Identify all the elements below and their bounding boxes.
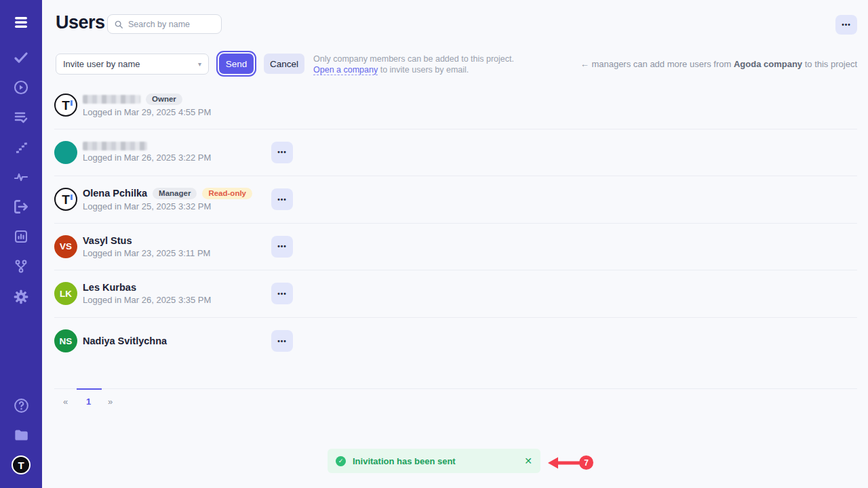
ellipsis-icon: ••• <box>277 243 287 250</box>
last-login: Logged in Mar 25, 2025 3:32 PM <box>83 201 252 211</box>
avatar: LK <box>54 282 77 305</box>
bar-chart-icon[interactable] <box>0 227 42 246</box>
settings-gear-icon[interactable] <box>0 287 42 306</box>
last-login: Logged in Mar 26, 2025 3:22 PM <box>83 152 211 163</box>
invite-user-select[interactable]: Invite user by name ▾ <box>56 54 209 75</box>
invite-helper-text: Only company members can be added to thi… <box>313 54 514 75</box>
user-name: Olena Pchilka <box>83 188 147 199</box>
pagination: « 1 » <box>54 388 857 415</box>
active-page-indicator <box>77 388 102 390</box>
user-list: T Owner Logged in Mar 29, 2025 4:55 PM L… <box>54 82 857 365</box>
user-name: Nadiya Svitlychna <box>83 336 167 346</box>
open-company-link[interactable]: Open a company <box>313 65 378 75</box>
app-logo-icon[interactable]: T <box>0 455 42 474</box>
user-name: Les Kurbas <box>83 282 136 293</box>
page-title: Users <box>56 12 105 33</box>
send-button[interactable]: Send <box>219 54 254 74</box>
import-login-icon[interactable] <box>0 197 42 216</box>
projects-folder-icon[interactable] <box>0 426 42 445</box>
manager-badge: Manager <box>153 188 197 199</box>
redacted-user-name <box>83 142 147 150</box>
user-menu-button[interactable]: ••• <box>271 330 293 352</box>
last-login: Logged in Mar 29, 2025 4:55 PM <box>83 107 211 117</box>
svg-text:T: T <box>18 460 24 471</box>
user-menu-button[interactable]: ••• <box>271 142 293 163</box>
search-icon <box>114 20 123 29</box>
ellipsis-icon: ••• <box>277 338 287 345</box>
toast-close-button[interactable]: ✕ <box>524 455 532 466</box>
pagination-next[interactable]: » <box>108 396 113 407</box>
help-icon[interactable] <box>0 396 42 415</box>
play-circle-icon[interactable] <box>0 78 42 97</box>
annotation-number-badge: 7 <box>579 455 593 470</box>
list-check-icon[interactable] <box>0 108 42 127</box>
hamburger-menu-icon[interactable] <box>0 13 42 32</box>
steps-icon[interactable] <box>0 138 42 157</box>
user-row: T Olena Pchilka Manager Read-only Logged… <box>54 176 857 224</box>
select-dropdown-arrow-icon: ▾ <box>198 60 201 68</box>
user-name: Vasyl Stus <box>83 235 132 246</box>
managers-note: ← managers can add more users from Agoda… <box>580 59 857 69</box>
invite-helper-line2: Open a company to invite users by email. <box>313 64 514 75</box>
sidebar: T <box>0 0 42 488</box>
avatar: NS <box>54 329 77 352</box>
user-row-owner: T Owner Logged in Mar 29, 2025 4:55 PM <box>54 82 857 129</box>
toast-message: Inivitation has been sent <box>353 456 456 466</box>
page-options-button[interactable]: ••• <box>835 15 857 35</box>
avatar: T <box>54 94 77 117</box>
user-menu-button[interactable]: ••• <box>271 283 293 304</box>
cancel-button[interactable]: Cancel <box>264 54 304 74</box>
toast-notification: ✓ Inivitation has been sent ✕ <box>328 449 540 473</box>
pagination-page-1[interactable]: 1 <box>86 396 91 407</box>
last-login: Logged in Mar 23, 2025 3:11 PM <box>83 248 210 258</box>
user-row: NS Nadiya Svitlychna ••• <box>54 318 857 365</box>
checkmark-icon[interactable] <box>0 48 42 67</box>
owner-badge: Owner <box>146 94 182 105</box>
avatar: T <box>54 188 77 211</box>
branch-icon[interactable] <box>0 257 42 276</box>
ellipsis-icon: ••• <box>277 196 287 203</box>
user-row: VS Vasyl Stus Logged in Mar 23, 2025 3:1… <box>54 224 857 271</box>
avatar <box>54 141 77 164</box>
invite-helper-line1: Only company members can be added to thi… <box>313 54 514 64</box>
pulse-activity-icon[interactable] <box>0 167 42 186</box>
search-input[interactable] <box>128 20 237 29</box>
user-menu-button[interactable]: ••• <box>271 236 293 258</box>
success-check-icon: ✓ <box>336 456 346 466</box>
ellipsis-icon: ••• <box>277 290 287 298</box>
last-login: Logged in Mar 26, 2025 3:35 PM <box>83 295 211 305</box>
search-box[interactable] <box>107 14 222 34</box>
ellipsis-icon: ••• <box>277 148 287 156</box>
readonly-badge: Read-only <box>202 188 252 199</box>
user-row: LK Les Kurbas Logged in Mar 26, 2025 3:3… <box>54 270 857 318</box>
invite-select-value: Invite user by name <box>63 59 140 69</box>
user-row: Logged in Mar 26, 2025 3:22 PM ••• <box>54 129 857 177</box>
annotation-arrow-icon <box>547 454 580 474</box>
ellipsis-icon: ••• <box>842 21 851 28</box>
company-name: Agoda company <box>734 59 802 69</box>
redacted-user-name <box>83 95 140 104</box>
user-menu-button[interactable]: ••• <box>271 188 293 210</box>
pagination-prev[interactable]: « <box>63 396 68 407</box>
avatar: VS <box>54 235 77 258</box>
